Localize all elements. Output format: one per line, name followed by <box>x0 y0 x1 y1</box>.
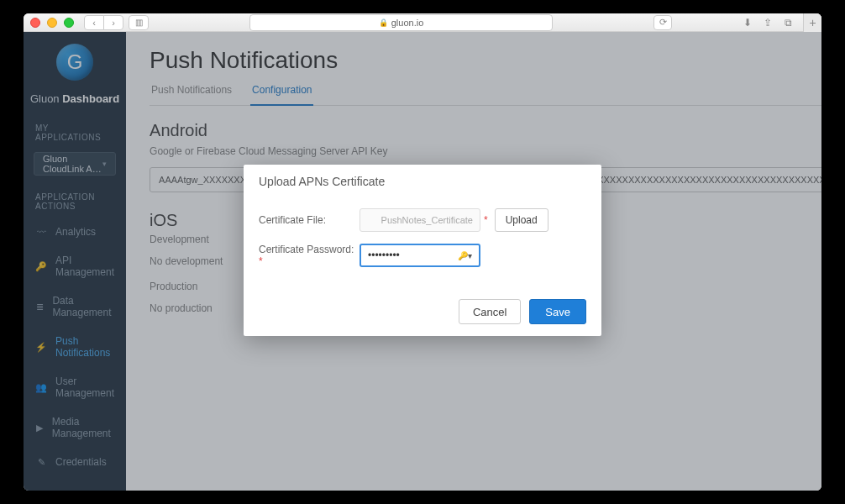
browser-titlebar: ‹ › ▥ 🔒 gluon.io ⟳ ⬇ ⇪ ⧉ + <box>24 13 821 32</box>
cancel-button[interactable]: Cancel <box>459 299 521 324</box>
required-marker: * <box>484 214 488 226</box>
share-icon[interactable]: ⇪ <box>759 15 776 30</box>
certificate-file-row: Certificate File: PushNotes_Certificate … <box>259 208 586 232</box>
lock-icon: 🔒 <box>379 18 388 27</box>
downloads-icon[interactable]: ⬇ <box>739 15 756 30</box>
new-tab-button[interactable]: + <box>803 13 821 32</box>
key-icon: 🔑▾ <box>458 251 472 260</box>
upload-button[interactable]: Upload <box>495 208 548 232</box>
password-value: ••••••••• <box>368 249 400 261</box>
certificate-password-input[interactable]: ••••••••• 🔑▾ <box>360 244 480 267</box>
dialog-save-button[interactable]: Save <box>529 299 586 324</box>
url-host: gluon.io <box>391 18 424 28</box>
browser-addressbar[interactable]: 🔒 gluon.io <box>249 14 553 31</box>
browser-window: ‹ › ▥ 🔒 gluon.io ⟳ ⬇ ⇪ ⧉ + G Gluon Dashb… <box>24 13 821 491</box>
window-minimize[interactable] <box>47 18 57 28</box>
traffic-lights <box>30 18 74 28</box>
browser-reload[interactable]: ⟳ <box>653 15 672 30</box>
modal-overlay[interactable]: Upload APNs Certificate Certificate File… <box>24 32 821 491</box>
certificate-file-label: Certificate File: <box>259 214 360 226</box>
certificate-password-row: Certificate Password: * ••••••••• 🔑▾ <box>259 244 586 267</box>
window-close[interactable] <box>30 18 40 28</box>
browser-forward[interactable]: › <box>103 15 123 30</box>
browser-sidebar-toggle[interactable]: ▥ <box>129 15 149 30</box>
required-marker: * <box>259 255 263 267</box>
dialog-title: Upload APNs Certificate <box>259 175 586 188</box>
dialog-footer: Cancel Save <box>259 289 586 324</box>
tabs-icon[interactable]: ⧉ <box>779 15 796 30</box>
browser-right-buttons: ⬇ ⇪ ⧉ + <box>739 13 815 32</box>
certificate-password-label: Certificate Password: * <box>259 244 360 267</box>
certificate-file-display: PushNotes_Certificate <box>360 208 480 232</box>
window-zoom[interactable] <box>64 18 74 28</box>
browser-back[interactable]: ‹ <box>84 15 104 30</box>
upload-apns-dialog: Upload APNs Certificate Certificate File… <box>244 165 601 336</box>
browser-nav-buttons: ‹ › <box>84 15 123 30</box>
page-content: G Gluon Dashboard MY APPLICATIONS Gluon … <box>24 32 821 491</box>
